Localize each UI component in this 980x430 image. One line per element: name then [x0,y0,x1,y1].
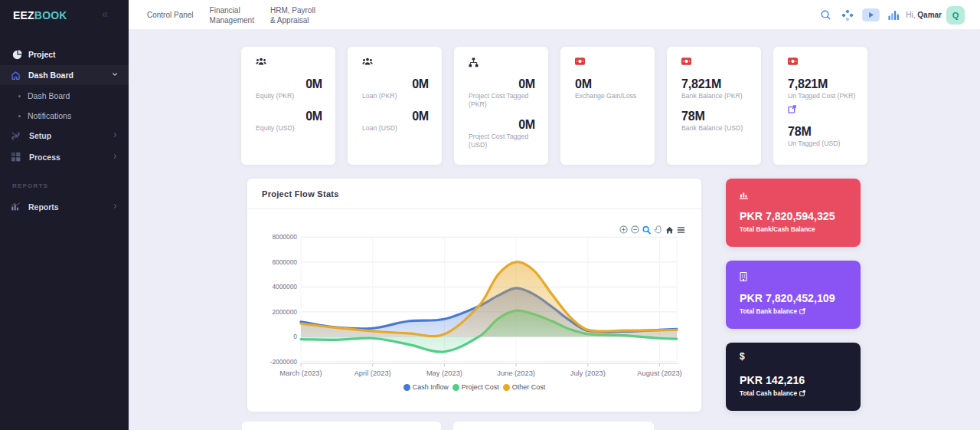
svg-text:July (2023): July (2023) [570,369,606,377]
stat-label: Project Cost Tagged (USD) [469,133,539,149]
chevron-right-icon [113,153,118,161]
sidebar-item-label: Reports [28,202,59,212]
apps-diamonds-icon[interactable] [841,9,854,21]
main-content: 0M Equity (PKR) 0M Equity (USD) 0M Loan … [129,30,980,430]
tools-icon [10,130,21,141]
greeting-prefix: Hi, [906,11,915,19]
tab-financial-management[interactable]: Financial Management [210,5,254,25]
logo-part1: EEZ [13,9,34,21]
legend-dot [452,384,459,391]
summary-label-text: Total Cash balance [740,389,797,397]
legend-item[interactable]: Cash Inflow [403,383,449,391]
sidebar-section-reports: REPORTS [12,182,129,189]
chart-card: Project Flow Stats 800000060000004000000… [247,179,701,412]
stat-label: Equity (PKR) [256,92,326,100]
sidebar-subitem-dashboard[interactable]: Dash Board [0,86,129,106]
stat-label: Loan (USD) [362,124,433,133]
flow-stats-chart[interactable]: 80000006000000400000020000000-2000000Mar… [247,214,701,379]
bottom-card [242,422,441,430]
stat-label: Project Cost Tagged (PKR) [469,92,539,109]
sidebar-nav: Project Dash Board Dash Board Notificati… [0,44,129,217]
stat-value: 78M [788,124,858,140]
sidebar-subitem-notifications[interactable]: Notifications [0,106,129,126]
stat-value: 78M [681,109,752,124]
svg-text:March (2023): March (2023) [279,369,322,377]
divider [247,208,701,209]
logo: EEZBOOK « [0,0,129,31]
stat-value: 0M [469,77,539,92]
user-name: Qamar [917,11,942,19]
sidebar-item-label: Dash Board [28,71,74,80]
tab-hrm-payroll[interactable]: HRM, Payroll & Appraisal [270,5,315,25]
stat-label: Loan (PKR) [362,92,433,100]
legend-label: Project Cost [462,383,499,391]
svg-text:April (2023): April (2023) [354,369,391,377]
play-button[interactable] [862,8,880,21]
avatar[interactable]: Q [946,6,965,25]
chevron-right-icon [113,132,118,140]
logo-part2: BOOK [34,9,67,21]
external-link-icon[interactable] [799,390,805,396]
stat-label: Un Tagged (USD) [788,140,858,148]
summary-card-total-bank-cash: PKR 7,820,594,325 Total Bank/Cash Balanc… [726,179,861,247]
stat-card-equity: 0M Equity (PKR) 0M Equity (USD) [241,47,335,165]
legend-item[interactable]: Project Cost [452,383,499,391]
chevron-down-icon [112,71,118,79]
sidebar-item-process[interactable]: Process [0,147,129,167]
svg-text:August (2023): August (2023) [637,369,681,377]
bank-icon [740,271,847,279]
stat-card-bank-balance: 7,821M Bank Balance (PKR) 78M Bank Balan… [667,47,761,165]
sidebar-collapse-icon[interactable]: « [102,7,106,20]
stat-value: 0M [256,77,326,92]
sidebar-item-project[interactable]: Project [0,44,129,64]
summary-card-total-bank: PKR 7,820,452,109 Total Bank balance [726,261,861,329]
legend-label: Other Cost [512,383,546,391]
stat-value: 0M [362,77,433,92]
svg-text:June (2023): June (2023) [497,369,535,377]
summary-label: Total Cash balance [740,389,847,397]
bottom-card [453,422,654,430]
chart-legend: Cash Inflow Project Cost Other Cost [247,383,701,391]
topbar-actions: Hi, Qamar Q [820,0,980,30]
search-icon[interactable] [820,9,831,21]
home-icon [10,70,21,80]
bullet-icon [18,95,21,97]
sidebar-item-setup[interactable]: Setup [0,126,129,146]
stat-card-exchange: 0M Exchange Gain/Loss [560,47,655,165]
summary-label-text: Total Bank balance [740,307,797,315]
stat-label: Un Tagged Cost (PKR) [788,92,858,100]
sidebar-item-label: Setup [29,131,51,140]
chevron-right-icon [113,203,118,211]
summary-value: PKR 7,820,452,109 [740,292,847,304]
stat-value: 7,821M [788,77,858,92]
stats-row: 0M Equity (PKR) 0M Equity (USD) 0M Loan … [241,47,867,165]
legend-dot [403,384,410,391]
stat-card-loan: 0M Loan (PKR) 0M Loan (USD) [348,47,442,165]
bar-chart-icon [10,202,21,212]
stats-bars-icon[interactable] [887,9,900,21]
stat-label: Bank Balance (USD) [681,124,752,133]
sidebar-item-label: Project [28,50,56,59]
legend-item[interactable]: Other Cost [503,383,546,391]
svg-text:2000000: 2000000 [272,308,297,316]
sidebar-subitem-label: Notifications [28,111,71,120]
external-link-icon[interactable] [799,308,805,314]
users-icon [256,57,326,67]
summary-value: PKR 142,216 [740,374,847,386]
topbar-tabs: Control Panel Financial Management HRM, … [147,0,315,30]
chart-title: Project Flow Stats [262,189,339,199]
user-greeting: Hi, Qamar [906,11,942,19]
svg-text:8000000: 8000000 [272,233,297,241]
sidebar-subitem-label: Dash Board [28,91,70,100]
sidebar-item-dashboard[interactable]: Dash Board [0,65,129,85]
external-link-icon[interactable] [788,103,858,110]
svg-text:May (2023): May (2023) [426,369,462,377]
tab-control-panel[interactable]: Control Panel [147,10,194,20]
banknote-icon [681,57,752,67]
sidebar-item-reports[interactable]: Reports [0,197,129,217]
dollar-icon: $ [740,353,847,361]
stat-value: 0M [362,109,433,124]
pie-chart-icon [11,49,22,60]
stat-value: 0M [256,109,326,124]
bottom-cards-row [242,422,654,430]
